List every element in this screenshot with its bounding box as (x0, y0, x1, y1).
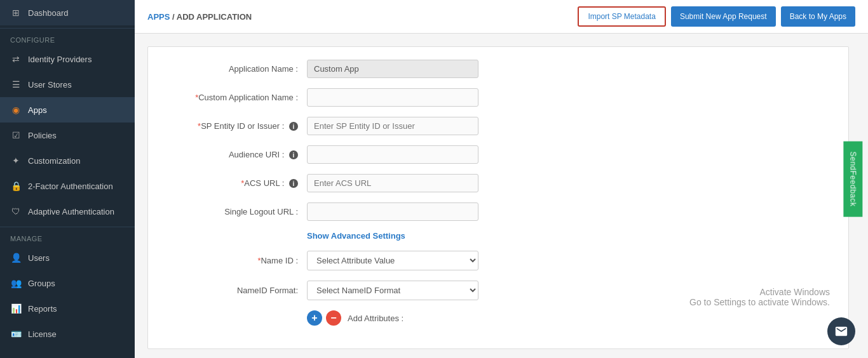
groups-icon: 👥 (10, 278, 22, 288)
sidebar-item-label: License (28, 329, 57, 339)
mail-icon-button[interactable] (827, 317, 855, 345)
audience-uri-input[interactable] (307, 145, 478, 164)
sidebar-item-users[interactable]: 👤 Users (0, 245, 135, 270)
identity-icon: ⇄ (10, 54, 22, 64)
remove-attribute-button[interactable]: − (326, 310, 341, 326)
add-attribute-button[interactable]: + (307, 310, 322, 326)
name-id-row: *Name ID : Select Attribute Value Email … (167, 251, 829, 270)
acs-url-input[interactable] (307, 174, 478, 192)
main-content: APPS / ADD APPLICATION Import SP Metadat… (135, 0, 868, 358)
dashboard-icon: ⊞ (10, 8, 22, 18)
back-to-apps-button[interactable]: Back to My Apps (781, 6, 855, 27)
sidebar-item-adaptive-auth[interactable]: 🛡 Adaptive Authentication (0, 199, 135, 224)
sidebar-item-identity-providers[interactable]: ⇄ Identity Providers (0, 46, 135, 72)
breadcrumb-current: ADD APPLICATION (177, 12, 252, 22)
nameid-format-row: NameID Format: Select NameID Format urn:… (167, 281, 829, 300)
sidebar-item-customization[interactable]: ✦ Customization (0, 148, 135, 173)
reports-icon: 📊 (10, 303, 22, 314)
sp-entity-label: *SP Entity ID or Issuer : i (167, 121, 307, 131)
sp-entity-info-icon[interactable]: i (289, 122, 298, 131)
audience-uri-row: Audience URI : i (167, 145, 829, 164)
custom-app-name-label: *Custom Application Name : (167, 93, 307, 102)
sidebar-section-manage: Manage (0, 230, 135, 245)
sidebar-item-license[interactable]: 🪪 License (0, 321, 135, 347)
sidebar-item-two-factor[interactable]: 🔒 2-Factor Authentication (0, 173, 135, 199)
sidebar-item-apps[interactable]: ◉ Apps (0, 97, 135, 123)
users-icon: 👤 (10, 253, 22, 263)
topbar: APPS / ADD APPLICATION Import SP Metadat… (135, 0, 868, 34)
sidebar-item-label: Reports (28, 304, 57, 314)
import-sp-metadata-button[interactable]: Import SP Metadata (578, 6, 666, 27)
sp-entity-input[interactable] (307, 117, 478, 135)
sidebar-divider-2 (0, 227, 135, 227)
custom-app-name-row: *Custom Application Name : (167, 88, 829, 107)
sidebar-item-label: Groups (28, 279, 55, 288)
topbar-buttons: Import SP Metadata Submit New App Reques… (578, 6, 855, 27)
sidebar-item-label: 2-Factor Authentication (28, 182, 113, 191)
user-stores-icon: ☰ (10, 79, 22, 90)
sidebar-item-label: Identity Providers (28, 55, 92, 64)
license-icon: 🪪 (10, 329, 22, 339)
breadcrumb-apps[interactable]: APPS (147, 12, 170, 22)
sidebar-item-label: Customization (28, 156, 80, 166)
sidebar-divider (0, 28, 135, 29)
add-attributes-row: + − Add Attributes : (167, 310, 829, 326)
sidebar-item-label: Apps (28, 105, 47, 115)
acs-url-label: *ACS URL : i (167, 178, 307, 189)
single-logout-row: Single Logout URL : (167, 202, 829, 221)
sidebar-item-label: User Stores (28, 80, 72, 90)
sp-entity-row: *SP Entity ID or Issuer : i (167, 117, 829, 135)
sidebar-item-groups[interactable]: 👥 Groups (0, 270, 135, 296)
breadcrumb-separator: / (170, 12, 176, 22)
name-id-select[interactable]: Select Attribute Value Email Username (307, 251, 478, 270)
breadcrumb: APPS / ADD APPLICATION (147, 12, 252, 22)
sidebar-item-user-stores[interactable]: ☰ User Stores (0, 72, 135, 97)
sidebar-item-policies[interactable]: ☑ Policies (0, 123, 135, 148)
apps-icon: ◉ (10, 105, 22, 115)
sidebar-item-label: Adaptive Authentication (28, 207, 114, 216)
nameid-format-select[interactable]: Select NameID Format urn:oasis:names:tc:… (307, 281, 478, 300)
audience-uri-info-icon[interactable]: i (289, 150, 298, 159)
submit-new-app-button[interactable]: Submit New App Request (671, 6, 776, 27)
sidebar-item-dashboard[interactable]: ⊞ Dashboard (0, 0, 135, 25)
content-area: Application Name : *Custom Application N… (135, 34, 868, 358)
app-name-input (307, 60, 478, 78)
policies-icon: ☑ (10, 130, 22, 140)
customization-icon: ✦ (10, 156, 22, 166)
sidebar-section-configure: Configure (0, 31, 135, 46)
mail-icon (834, 324, 848, 338)
audience-uri-label: Audience URI : i (167, 150, 307, 160)
show-advanced-settings[interactable]: Show Advanced Settings (307, 231, 405, 241)
sidebar-item-label: Users (28, 253, 50, 263)
nameid-format-label: NameID Format: (167, 286, 307, 295)
acs-url-row: *ACS URL : i (167, 174, 829, 192)
app-name-label: Application Name : (167, 64, 307, 74)
sidebar-item-label: Policies (28, 131, 57, 140)
custom-app-name-input[interactable] (307, 88, 478, 107)
two-factor-icon: 🔒 (10, 181, 22, 191)
single-logout-label: Single Logout URL : (167, 207, 307, 216)
acs-url-info-icon[interactable]: i (289, 179, 298, 188)
sidebar-item-label: Dashboard (28, 8, 69, 18)
single-logout-input[interactable] (307, 202, 478, 221)
name-id-label: *Name ID : (167, 256, 307, 265)
app-name-row: Application Name : (167, 60, 829, 78)
send-feedback-tab[interactable]: SendFeedback (844, 142, 863, 217)
form-card: Application Name : *Custom Application N… (147, 46, 849, 349)
sidebar-item-reports[interactable]: 📊 Reports (0, 296, 135, 321)
adaptive-auth-icon: 🛡 (10, 206, 22, 216)
sidebar: ⊞ Dashboard Configure ⇄ Identity Provide… (0, 0, 135, 358)
add-attributes-label: Add Attributes : (348, 314, 403, 323)
